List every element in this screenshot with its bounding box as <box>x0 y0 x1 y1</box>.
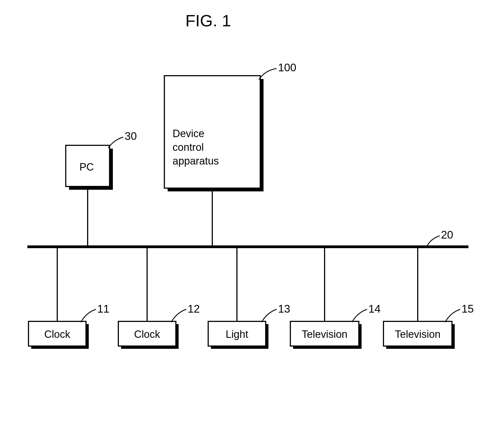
diagram-canvas: FIG. 1 20 Device control apparatus 100 P… <box>0 0 504 422</box>
clock2-ref-leader <box>171 309 186 322</box>
node-light: Light 13 <box>208 303 290 349</box>
node-light-ref: 13 <box>278 303 290 315</box>
node-dca-label-line3: apparatus <box>173 155 219 167</box>
node-clock1-label: Clock <box>44 328 70 340</box>
node-dca: Device control apparatus 100 <box>164 61 296 191</box>
node-tv2: Television 15 <box>383 303 474 349</box>
pc-ref-leader <box>108 137 123 148</box>
dca-ref-leader <box>259 69 277 80</box>
node-dca-label-line1: Device <box>173 128 204 139</box>
figure-title: FIG. 1 <box>185 12 231 30</box>
tv2-ref-leader <box>445 309 460 322</box>
bus-ref: 20 <box>441 229 453 241</box>
node-clock2: Clock 12 <box>118 303 200 349</box>
node-light-label: Light <box>226 328 248 340</box>
node-clock2-label: Clock <box>134 328 160 340</box>
node-clock2-ref: 12 <box>188 303 200 315</box>
node-pc-ref: 30 <box>125 130 137 142</box>
node-pc: PC 30 <box>66 130 137 190</box>
tv1-ref-leader <box>352 309 367 322</box>
node-dca-ref: 100 <box>278 61 296 73</box>
node-pc-label: PC <box>79 161 94 173</box>
clock1-ref-leader <box>81 309 96 322</box>
node-clock1-ref: 11 <box>97 303 110 315</box>
node-tv2-ref: 15 <box>462 303 474 315</box>
node-clock1: Clock 11 <box>28 303 110 349</box>
node-tv1: Television 14 <box>290 303 381 349</box>
node-tv2-label: Television <box>395 328 441 340</box>
light-ref-leader <box>262 309 277 322</box>
node-tv1-label: Television <box>302 328 348 340</box>
node-tv1-ref: 14 <box>368 303 381 315</box>
node-dca-label-line2: control <box>173 141 204 153</box>
bus-ref-leader <box>427 236 440 245</box>
